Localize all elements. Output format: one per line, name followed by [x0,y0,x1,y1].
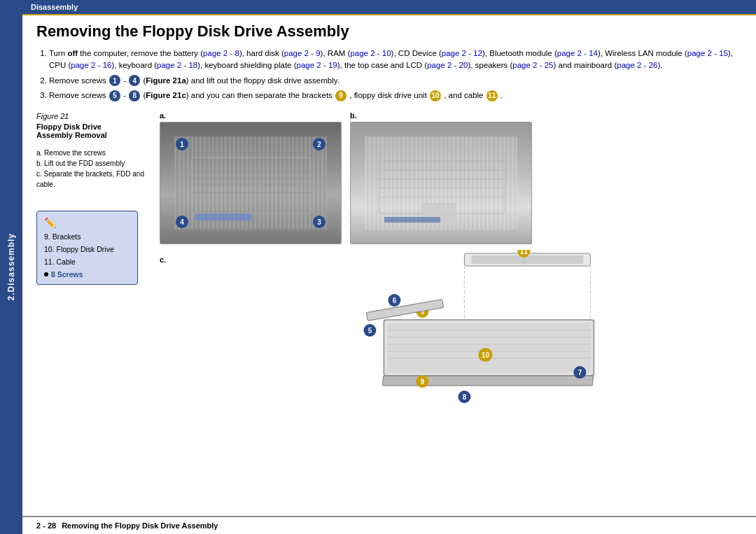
step-2: Remove screws 1 - 4 (Figure 21a) and lif… [49,75,742,87]
photos-row: a. 1 2 4 3 [160,111,742,244]
note-item-11: 11. Cable [44,256,130,268]
left-panel: Figure 21 Floppy Disk Drive Assembly Rem… [36,111,148,411]
photo-a-frame: 1 2 4 3 [160,122,342,244]
note-bullet: 8 Screws [44,270,130,279]
part-11-cable: 11 [465,250,591,266]
figure-number: Figure 21 [36,112,69,120]
photo-b-block: b. [350,111,532,244]
photo-a-label: a. [160,111,166,120]
figures-main: a. 1 2 4 3 [160,111,742,411]
screws-label: 8 Screws [51,270,83,279]
svg-rect-24 [366,300,443,321]
svg-rect-6 [195,213,251,220]
footer: 2 - 28 Removing the Floppy Disk Drive As… [22,516,756,534]
page-title: Removing the Floppy Disk Drive Assembly [36,22,742,41]
figures-row: Figure 21 Floppy Disk Drive Assembly Rem… [36,111,742,411]
svg-rect-28 [388,323,591,372]
part-5-screw: 5 [364,324,377,337]
photo-b-frame [350,122,532,244]
sidebar-label: 2.Disassembly [6,233,16,300]
step-1: Turn off the computer, remove the batter… [49,48,742,72]
part-10-fdd: 10 [384,320,594,376]
figure-captions: a. Remove the screws b. Lift out the FDD… [36,148,148,190]
svg-rect-36 [383,376,594,386]
header-bar: Disassembly [22,0,756,15]
svg-text:8: 8 [463,393,467,401]
pencil-icon: ✏️ [44,217,130,228]
step-3: Remove screws 5 - 8 (Figure 21c) and you… [49,90,742,101]
svg-text:6: 6 [393,297,397,304]
note-box: ✏️ 9. Brackets 10. Floppy Disk Drive 11.… [36,211,138,285]
photo-b-detail [351,122,531,244]
photo-a-block: a. 1 2 4 3 [160,111,342,244]
bullet-dot [44,272,48,276]
content-area: Removing the Floppy Disk Drive Assembly … [22,15,756,516]
svg-text:7: 7 [578,369,582,377]
part-9a-bracket: 6 9 [366,294,443,321]
note-items: 9. Brackets 10. Floppy Disk Drive 11. Ca… [44,231,130,267]
sidebar: 2.Disassembly [0,0,22,534]
photo-b-label: b. [350,111,357,120]
svg-text:5: 5 [368,327,372,335]
diagram-row: c. 11 [160,250,742,411]
svg-text:11: 11 [520,250,528,255]
main-content: Disassembly Removing the Floppy Disk Dri… [22,0,756,534]
svg-text:10: 10 [482,351,490,359]
svg-rect-16 [472,255,584,264]
svg-rect-14 [384,217,440,223]
exploded-diagram: 11 6 9 [173,250,742,411]
diagram-area: 11 6 9 [173,250,742,411]
footer-number: 2 - 28 [36,521,56,530]
footer-text: Removing the Floppy Disk Drive Assembly [62,521,218,530]
note-item-10: 10. Floppy Disk Drive [44,244,130,255]
figure-title: Floppy Disk Drive Assembly Removal [36,122,148,139]
note-item-9: 9. Brackets [44,231,130,243]
photo-c-label: c. [160,255,166,264]
instruction-list: Turn off the computer, remove the batter… [49,48,742,104]
svg-text:9: 9 [421,378,425,386]
section-title: Disassembly [31,3,78,11]
photo-a-detail [160,122,341,244]
